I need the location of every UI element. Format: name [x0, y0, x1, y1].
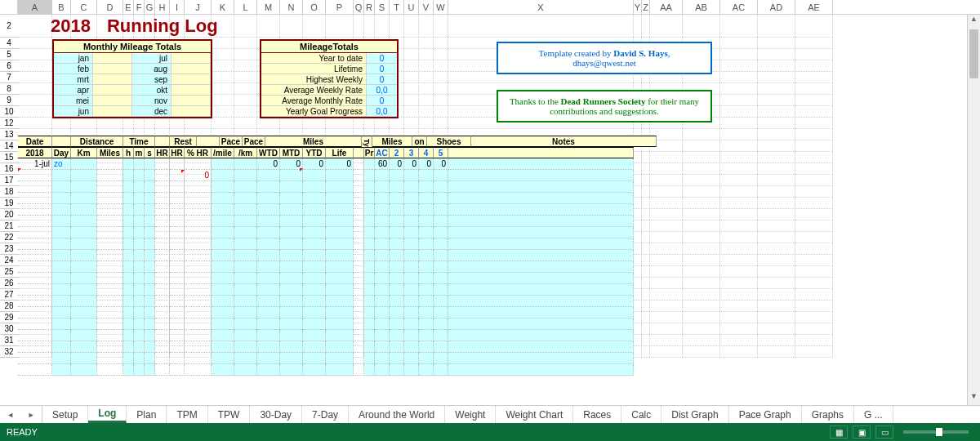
- cell[interactable]: [280, 296, 303, 307]
- cell[interactable]: [212, 181, 234, 193]
- cell[interactable]: [170, 227, 185, 238]
- column-header-AD[interactable]: AD: [758, 0, 795, 14]
- cell[interactable]: [354, 284, 364, 296]
- cell[interactable]: [364, 204, 375, 216]
- cell[interactable]: [52, 318, 71, 330]
- cell[interactable]: [52, 341, 71, 353]
- cell[interactable]: [419, 330, 434, 341]
- cell[interactable]: [280, 330, 303, 341]
- cell[interactable]: [448, 216, 634, 227]
- cell[interactable]: [419, 170, 434, 181]
- cell[interactable]: [71, 296, 97, 307]
- cell[interactable]: [364, 181, 375, 193]
- column-header-H[interactable]: H: [155, 0, 170, 14]
- cell[interactable]: [375, 250, 390, 261]
- cell[interactable]: [303, 170, 326, 181]
- cell[interactable]: [234, 227, 257, 238]
- cell[interactable]: [280, 170, 303, 181]
- cell[interactable]: [185, 261, 212, 273]
- cell[interactable]: [71, 170, 97, 181]
- cell[interactable]: [123, 170, 134, 181]
- cell[interactable]: [145, 330, 155, 341]
- cell[interactable]: [434, 364, 448, 376]
- cell[interactable]: [364, 318, 375, 330]
- cell[interactable]: [326, 238, 354, 250]
- tab-nav-prev-icon[interactable]: ◄: [7, 411, 14, 419]
- cell[interactable]: [234, 261, 257, 273]
- month-value-aug[interactable]: [172, 64, 211, 74]
- cell[interactable]: [448, 193, 634, 204]
- cell[interactable]: [234, 181, 257, 193]
- cell[interactable]: [170, 238, 185, 250]
- cell[interactable]: [185, 341, 212, 353]
- cell[interactable]: [419, 318, 434, 330]
- cell[interactable]: [155, 193, 170, 204]
- cell[interactable]: [18, 318, 52, 330]
- cell[interactable]: [145, 296, 155, 307]
- month-value-jan[interactable]: [93, 53, 132, 64]
- row-header-18[interactable]: 18: [0, 186, 18, 198]
- sheet-tab-log[interactable]: Log: [88, 406, 127, 423]
- cell[interactable]: [71, 353, 97, 364]
- cell[interactable]: [123, 158, 134, 170]
- cell[interactable]: [134, 341, 145, 353]
- cell[interactable]: [434, 181, 448, 193]
- cell[interactable]: [71, 238, 97, 250]
- cell[interactable]: [145, 364, 155, 376]
- cell[interactable]: [303, 284, 326, 296]
- cell[interactable]: [97, 353, 123, 364]
- row-header-5[interactable]: 5: [0, 49, 18, 60]
- cell[interactable]: [134, 284, 145, 296]
- cell[interactable]: [155, 341, 170, 353]
- cell[interactable]: [448, 181, 634, 193]
- cell[interactable]: [52, 261, 71, 273]
- column-header-D[interactable]: D: [97, 0, 123, 14]
- column-header-P[interactable]: P: [326, 0, 354, 14]
- cell[interactable]: [257, 250, 280, 261]
- column-header-J[interactable]: J: [185, 0, 212, 14]
- cell[interactable]: [185, 296, 212, 307]
- table-row[interactable]: [18, 193, 634, 204]
- cell[interactable]: [364, 193, 375, 204]
- cell[interactable]: [326, 330, 354, 341]
- cell[interactable]: [185, 193, 212, 204]
- cell[interactable]: [71, 330, 97, 341]
- cell[interactable]: [257, 181, 280, 193]
- cell[interactable]: 0: [185, 170, 212, 181]
- cell[interactable]: [145, 261, 155, 273]
- cell[interactable]: [280, 273, 303, 284]
- cell[interactable]: [448, 364, 634, 376]
- row-header-9[interactable]: 9: [0, 95, 18, 106]
- cell[interactable]: [364, 227, 375, 238]
- cell[interactable]: [390, 261, 404, 273]
- cell[interactable]: [404, 318, 419, 330]
- column-header-X[interactable]: X: [448, 0, 634, 14]
- cell[interactable]: [97, 284, 123, 296]
- cell[interactable]: [71, 216, 97, 227]
- cell[interactable]: [155, 158, 170, 170]
- cell[interactable]: [134, 353, 145, 364]
- cell[interactable]: [364, 158, 375, 170]
- month-value-apr[interactable]: [93, 85, 132, 96]
- cell[interactable]: [375, 318, 390, 330]
- cell[interactable]: [354, 318, 364, 330]
- sheet-tab-g-[interactable]: G ...: [854, 406, 893, 423]
- cell[interactable]: [212, 216, 234, 227]
- column-header-V[interactable]: V: [419, 0, 434, 14]
- cell[interactable]: [155, 204, 170, 216]
- column-header-B[interactable]: B: [52, 0, 71, 14]
- cell[interactable]: [18, 181, 52, 193]
- cell[interactable]: [212, 284, 234, 296]
- cell[interactable]: [145, 193, 155, 204]
- cell[interactable]: [390, 364, 404, 376]
- row-header-29[interactable]: 29: [0, 312, 18, 323]
- cell[interactable]: 0: [326, 158, 354, 170]
- cell[interactable]: [419, 238, 434, 250]
- cell[interactable]: [364, 273, 375, 284]
- cell[interactable]: [212, 296, 234, 307]
- cell[interactable]: [364, 170, 375, 181]
- cell[interactable]: [97, 250, 123, 261]
- cell[interactable]: [97, 364, 123, 376]
- cell[interactable]: [145, 181, 155, 193]
- cell[interactable]: [404, 353, 419, 364]
